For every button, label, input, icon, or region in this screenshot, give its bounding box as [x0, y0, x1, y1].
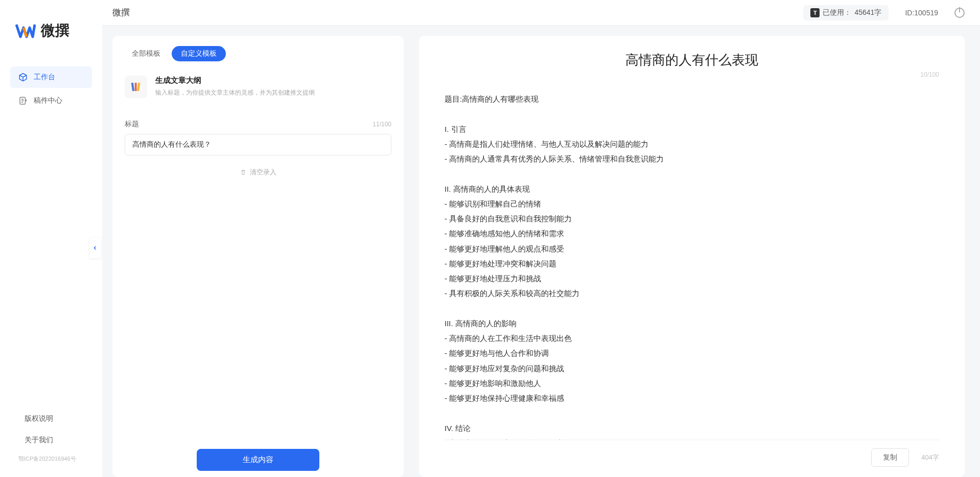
tab-custom-templates[interactable]: 自定义模板 — [172, 46, 226, 61]
svg-rect-2 — [131, 83, 134, 92]
title-label: 标题 — [125, 120, 139, 129]
cube-icon — [18, 73, 28, 82]
tab-all-templates[interactable]: 全部模板 — [123, 46, 170, 61]
sidebar-item-label: 关于我们 — [25, 436, 53, 445]
sidebar-item-copyright[interactable]: 版权说明 — [10, 408, 92, 429]
svg-rect-3 — [135, 83, 137, 91]
svg-rect-4 — [137, 83, 140, 92]
sidebar-item-label: 工作台 — [34, 73, 55, 82]
left-panel: 全部模板 自定义模板 生成文章大纲 输入标题，为你提供文章主体的灵感，并为其创建… — [112, 36, 404, 477]
document-icon — [18, 96, 28, 105]
output-body: 题目:高情商的人有哪些表现 I. 引言 - 高情商是指人们处理情绪、与他人互动以… — [445, 92, 939, 440]
power-icon[interactable] — [954, 8, 965, 18]
sidebar-item-workspace[interactable]: 工作台 — [10, 66, 92, 88]
title-input[interactable] — [125, 134, 391, 155]
output-word-count: 404字 — [921, 453, 939, 462]
template-title: 生成文章大纲 — [155, 76, 315, 85]
clear-label: 清空录入 — [250, 168, 276, 177]
usage-value: 45641字 — [854, 8, 881, 17]
user-id: ID:100519 — [905, 9, 938, 17]
template-desc: 输入标题，为你提供文章主体的灵感，并为其创建推文提纲 — [155, 88, 315, 97]
logo[interactable]: 微撰 — [0, 15, 102, 66]
logo-icon — [15, 20, 36, 41]
sidebar-item-drafts[interactable]: 稿件中心 — [10, 90, 92, 111]
sidebar: 微撰 工作台 稿件中心 版权说明 关于我们 鄂ICP备2 — [0, 0, 102, 477]
right-panel: 高情商的人有什么表现 10/100 题目:高情商的人有哪些表现 I. 引言 - … — [419, 36, 965, 477]
output-title: 高情商的人有什么表现 — [445, 51, 939, 69]
clear-input-button[interactable]: 清空录入 — [125, 155, 391, 189]
icp-text: 鄂ICP备2022016946号 — [10, 451, 92, 467]
logo-text: 微撰 — [41, 21, 69, 40]
sidebar-collapse-button[interactable] — [89, 238, 101, 258]
sidebar-item-label: 稿件中心 — [34, 96, 62, 105]
copy-button[interactable]: 复制 — [871, 448, 909, 467]
template-card[interactable]: 生成文章大纲 输入标题，为你提供文章主体的灵感，并为其创建推文提纲 — [112, 70, 404, 104]
usage-label: 已使用： — [823, 8, 851, 17]
title-char-count: 11/100 — [372, 121, 391, 128]
page-title: 微撰 — [112, 7, 130, 18]
trash-icon — [240, 169, 247, 176]
usage-badge: T 已使用： 45641字 — [803, 5, 889, 20]
sidebar-item-label: 版权说明 — [25, 414, 53, 423]
chevron-left-icon — [92, 245, 98, 251]
text-icon: T — [810, 8, 820, 17]
books-icon — [125, 76, 147, 98]
generate-button[interactable]: 生成内容 — [197, 449, 319, 471]
output-title-count: 10/100 — [920, 71, 939, 78]
sidebar-item-about[interactable]: 关于我们 — [10, 429, 92, 451]
